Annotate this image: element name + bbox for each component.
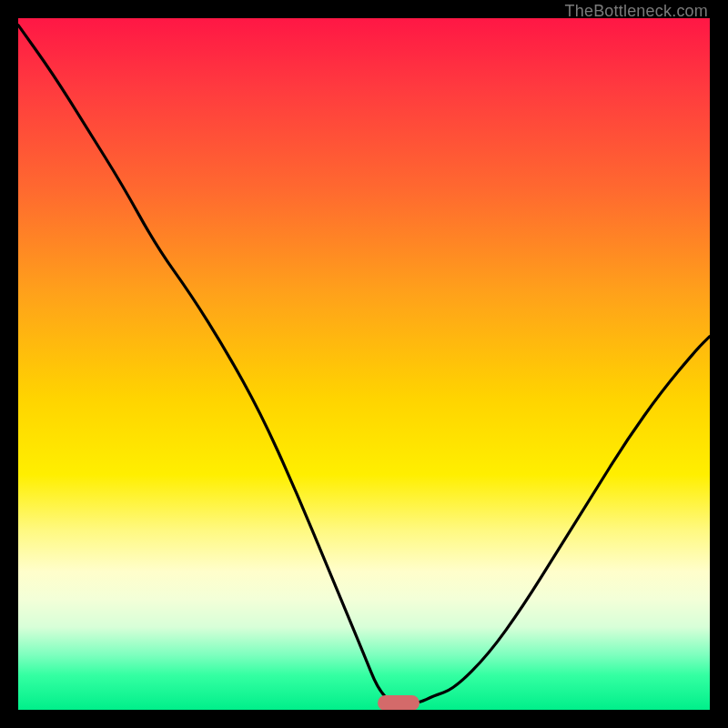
watermark: TheBottleneck.com [565,2,708,21]
sweet-spot-marker [378,695,420,710]
chart-frame: TheBottleneck.com [0,0,728,728]
plot-area [18,18,710,710]
bottleneck-curve [18,18,710,710]
curve-layer [18,18,710,710]
